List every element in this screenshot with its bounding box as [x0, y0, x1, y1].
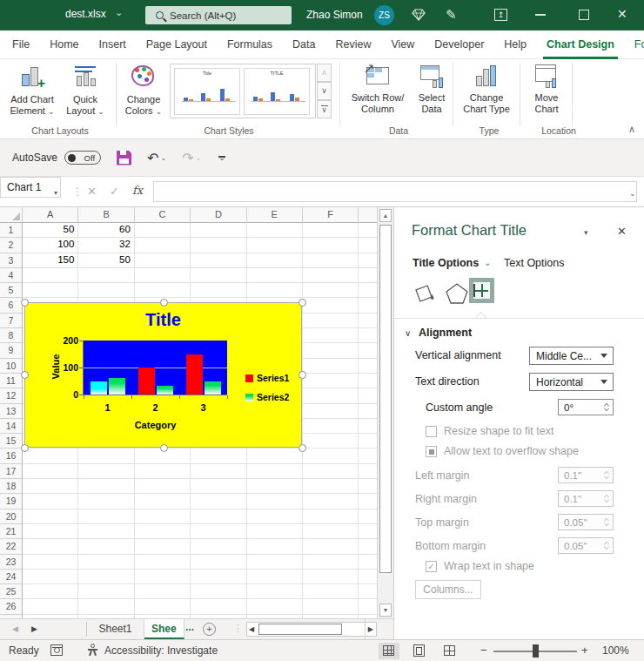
cell-d1[interactable]: [191, 223, 246, 238]
cell-e1[interactable]: [247, 223, 303, 238]
cell-e20[interactable]: [247, 509, 303, 524]
cell-f15[interactable]: [303, 434, 359, 449]
scroll-down-icon[interactable]: ▼: [379, 604, 392, 617]
page-break-view-button[interactable]: [439, 643, 460, 659]
cell-partial[interactable]: [359, 434, 377, 449]
search-input[interactable]: Search (Alt+Q): [145, 6, 292, 24]
cell-partial[interactable]: [359, 268, 377, 283]
customize-qat-icon[interactable]: ⌄: [218, 156, 225, 159]
chart-plot-area[interactable]: [84, 341, 227, 395]
cell-partial[interactable]: [359, 509, 377, 524]
cell-f17[interactable]: [303, 464, 359, 479]
zoom-out-button[interactable]: −: [480, 644, 487, 657]
cell-f4[interactable]: [303, 268, 359, 283]
cell-partial[interactable]: [359, 238, 377, 253]
add-chart-element-button[interactable]: + Add Chart Element ⌄: [7, 64, 57, 118]
row-header-11[interactable]: 11: [0, 374, 23, 388]
cell-d18[interactable]: [191, 479, 246, 494]
cell-f24[interactable]: [303, 570, 359, 584]
chart-selection-handle[interactable]: [160, 299, 168, 307]
minimize-button[interactable]: [535, 14, 546, 16]
column-header-d[interactable]: D: [191, 207, 246, 223]
cell-partial[interactable]: [359, 253, 377, 268]
bar-series2-cat1[interactable]: [109, 378, 125, 395]
cell-e21[interactable]: [247, 524, 303, 539]
filename-dropdown-icon[interactable]: ⌄: [115, 7, 123, 18]
page-layout-view-button[interactable]: [409, 643, 430, 659]
text-direction-dropdown[interactable]: Horizontal: [529, 373, 614, 391]
chart-selection-handle[interactable]: [21, 371, 29, 379]
column-header-partial[interactable]: [359, 207, 377, 223]
cell-a18[interactable]: [23, 479, 78, 494]
row-header-14[interactable]: 14: [0, 419, 23, 434]
cell-f19[interactable]: [303, 494, 359, 509]
cell-partial[interactable]: [359, 404, 377, 419]
cell-e16[interactable]: [247, 449, 303, 463]
cell-f8[interactable]: [303, 328, 359, 343]
bar-series2-cat2[interactable]: [157, 386, 173, 395]
alignment-collapse-icon[interactable]: ∨: [405, 328, 411, 338]
cell-f22[interactable]: [303, 539, 359, 554]
row-header-23[interactable]: 23: [0, 555, 23, 570]
cell-d19[interactable]: [191, 494, 246, 509]
sheet-tab-active[interactable]: Shee: [144, 619, 184, 639]
chart-style-1[interactable]: Title: [174, 68, 240, 115]
undo-dropdown-icon[interactable]: ⌄: [160, 154, 166, 162]
formula-bar-grip-icon[interactable]: ⋮: [72, 185, 83, 198]
cell-partial[interactable]: [359, 584, 377, 599]
cell-c1[interactable]: [135, 223, 191, 238]
title-options-chevron-icon[interactable]: ⌄: [484, 258, 491, 267]
cell-f14[interactable]: [303, 419, 359, 434]
cell-f7[interactable]: [303, 314, 359, 328]
cell-f16[interactable]: [303, 449, 359, 463]
cell-partial[interactable]: [359, 479, 377, 494]
name-box[interactable]: Chart 1: [0, 177, 61, 198]
cell-e26[interactable]: [247, 599, 303, 614]
cell-partial[interactable]: [359, 328, 377, 343]
row-header-5[interactable]: 5: [0, 283, 23, 298]
cell-f10[interactable]: [303, 359, 359, 374]
cell-b18[interactable]: [78, 479, 134, 494]
row-header-12[interactable]: 12: [0, 388, 23, 403]
cell-f23[interactable]: [303, 555, 359, 570]
vertical-alignment-dropdown[interactable]: Middle Ce...: [529, 347, 614, 365]
cell-c18[interactable]: [135, 479, 191, 494]
tab-formulas[interactable]: Formulas: [227, 30, 272, 59]
row-header-13[interactable]: 13: [0, 404, 23, 419]
cell-b17[interactable]: [78, 464, 134, 479]
formula-bar-expand-icon[interactable]: ⌄: [629, 189, 636, 198]
select-all-corner[interactable]: [0, 207, 23, 223]
embedded-chart[interactable]: Title Value Category Series1Series2 0100…: [24, 302, 302, 448]
cell-c26[interactable]: [135, 599, 191, 614]
column-header-a[interactable]: A: [23, 207, 78, 223]
tab-chart-design[interactable]: Chart Design: [547, 30, 614, 59]
cell-partial[interactable]: [359, 314, 377, 328]
cell-a24[interactable]: [23, 570, 78, 584]
chart-selection-handle[interactable]: [299, 371, 306, 379]
cell-d17[interactable]: [191, 464, 246, 479]
ribbon-display-options-icon[interactable]: ↥: [494, 9, 507, 21]
row-header-22[interactable]: 22: [0, 539, 23, 554]
cell-a17[interactable]: [23, 464, 78, 479]
quick-layout-button[interactable]: Quick Layout ⌄: [61, 64, 110, 118]
cell-e23[interactable]: [247, 555, 303, 570]
normal-view-button[interactable]: [379, 643, 399, 659]
cell-b24[interactable]: [78, 570, 134, 584]
cell-a3[interactable]: 150: [23, 253, 78, 268]
cell-e2[interactable]: [247, 238, 303, 253]
zoom-percentage[interactable]: 100%: [602, 644, 629, 657]
chart-selection-handle[interactable]: [299, 299, 306, 307]
row-header-19[interactable]: 19: [0, 494, 23, 509]
bar-series1-cat1[interactable]: [91, 381, 107, 395]
cell-a25[interactable]: [23, 584, 78, 599]
vertical-scrollbar[interactable]: ▲ ▼: [377, 207, 393, 618]
row-header-2[interactable]: 2: [0, 238, 23, 253]
cell-c4[interactable]: [135, 268, 191, 283]
column-header-f[interactable]: F: [303, 207, 359, 223]
cell-e4[interactable]: [247, 268, 303, 283]
switch-row-column-button[interactable]: Switch Row/ Column: [346, 64, 409, 115]
vertical-scroll-thumb[interactable]: [379, 225, 392, 573]
chart-style-2[interactable]: TITLE: [244, 68, 310, 115]
cell-c17[interactable]: [135, 464, 191, 479]
premium-gem-icon[interactable]: [412, 9, 426, 24]
